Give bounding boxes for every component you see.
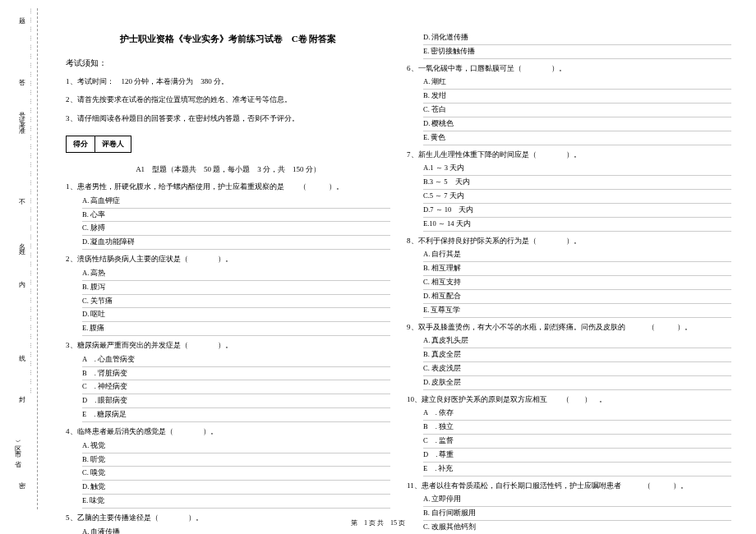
question-2: 2、溃疡性结肠炎病人主要的症状是（ ）。 [66, 254, 390, 265]
option: D. 触觉 [82, 481, 390, 495]
option: A.1 ～ 3 天内 [423, 162, 731, 176]
margin-label: 线 [16, 349, 25, 354]
option: A. 视觉 [82, 440, 390, 453]
margin-label: 答 [16, 74, 25, 79]
option: B. 腹泻 [82, 281, 390, 295]
margin-label: 名姓 [16, 238, 25, 248]
option: B. 相互理解 [423, 262, 731, 276]
notice-heading: 考试须知： [66, 58, 390, 69]
option: C. 关节痛 [82, 295, 390, 309]
option: A . 依存 [423, 407, 731, 421]
option: C. 脉搏 [82, 222, 390, 236]
margin-label: ）区市（省 [12, 435, 21, 460]
option: E . 糖尿病足 [82, 408, 390, 422]
question-6: 6、一氧化碳中毒，口唇黏膜可呈（ ）。 [407, 63, 731, 75]
option: D. 相互配合 [423, 290, 731, 304]
option: C. 相互支持 [423, 276, 731, 290]
margin-label: 号证考准 [16, 107, 25, 127]
question-3: 3、糖尿病最严重而突出的并发症是（ ）。 [66, 340, 390, 352]
question-8: 8、不利于保持良好护际关系的行为是（ ）。 [407, 236, 731, 247]
option: A. 潮红 [423, 76, 731, 90]
question-1: 1、患者男性，肝硬化腹水，给予螺内酯使用，护士应着重观察的是 （ ）。 [66, 182, 390, 193]
page-footer: 第 1 页 共 15 页 [0, 518, 756, 527]
option: B . 肾脏病变 [82, 367, 390, 381]
margin-dots: …………………………………………………………………………………………………………… [29, 8, 35, 518]
option: D.7 ～ 10 天内 [423, 204, 731, 218]
option: D . 尊重 [423, 449, 731, 463]
option: A. 立即停用 [423, 493, 731, 507]
grader-label: 评卷人 [95, 136, 131, 152]
option: E. 味觉 [82, 495, 390, 509]
option: A . 心血管病变 [82, 353, 390, 367]
option: B. 发绀 [423, 90, 731, 104]
score-label: 得分 [67, 136, 95, 152]
instruction-2: 2、请首先按要求在试卷的指定位置填写您的姓名、准考证号等信息。 [66, 94, 390, 105]
option: B . 独立 [423, 421, 731, 435]
margin-label: 内 [16, 275, 25, 280]
question-4: 4、临终患者最后消失的感觉是（ ）。 [66, 426, 390, 438]
option: A. 自行其是 [423, 248, 731, 262]
part-title: A1 型题（本题共 50 题，每小题 3 分，共 150 分） [66, 164, 390, 175]
option: D. 消化道传播 [423, 31, 731, 45]
option: E. 黄色 [423, 131, 731, 145]
option: C . 神经病变 [82, 380, 390, 394]
option: C.5 ～ 7 天内 [423, 190, 731, 204]
margin-label: 密 [16, 476, 25, 481]
instruction-3: 3、请仔细阅读各种题目的回答要求，在密封线内答题，否则不予评分。 [66, 113, 390, 124]
option: B. 听觉 [82, 453, 390, 467]
option: E.10 ～ 14 天内 [423, 218, 731, 232]
question-11: 11、患者以往有骨质疏松，自行长期口服活性钙，护士应嘱咐患者 （ ）。 [407, 481, 731, 492]
option: D. 樱桃色 [423, 117, 731, 131]
option: E . 补充 [423, 463, 731, 476]
option: C. 苍白 [423, 104, 731, 117]
option: B.3 ～ 5 天内 [423, 176, 731, 190]
option: A. 真皮乳头层 [423, 334, 731, 348]
option: E. 互尊互学 [423, 304, 731, 318]
question-7: 7、新生儿生理性体重下降的时间应是（ ）。 [407, 150, 731, 161]
exam-title: 护士职业资格《专业实务》考前练习试卷 C卷 附答案 [66, 33, 390, 45]
option: E. 腹痛 [82, 322, 390, 336]
option: C. 表皮浅层 [423, 362, 731, 376]
question-10: 10、建立良好医护关系的原则是双方应相互 （ ） 。 [407, 394, 731, 406]
score-box: 得分 评卷人 [66, 136, 131, 153]
option: E. 密切接触传播 [423, 45, 731, 59]
margin-label: 题 [16, 12, 25, 17]
option: C. 嗅觉 [82, 467, 390, 481]
option: B. 真皮全层 [423, 348, 731, 362]
option: A. 高血钾症 [82, 195, 390, 209]
option: B. 心率 [82, 209, 390, 223]
margin-label: 封 [16, 390, 25, 395]
option: D. 皮肤全层 [423, 376, 731, 390]
option: D . 眼部病变 [82, 394, 390, 408]
margin-label: 不 [16, 193, 25, 198]
option: C . 监督 [423, 435, 731, 449]
question-9: 9、双手及膝盖烫伤，有大小不等的水疱，剧烈疼痛。问伤及皮肤的 （ ）。 [407, 322, 731, 334]
instruction-1: 1、考试时间： 120 分钟，本卷满分为 380 分。 [66, 76, 390, 87]
option: D. 呕吐 [82, 308, 390, 322]
option: A. 高热 [82, 267, 390, 281]
option: D. 凝血功能障碍 [82, 236, 390, 250]
